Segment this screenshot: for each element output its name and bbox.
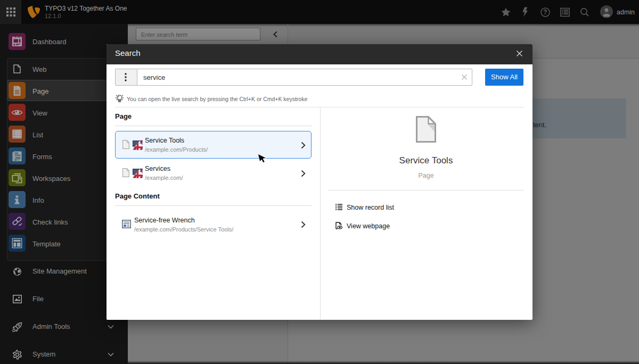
- svg-text:?: ?: [543, 9, 547, 16]
